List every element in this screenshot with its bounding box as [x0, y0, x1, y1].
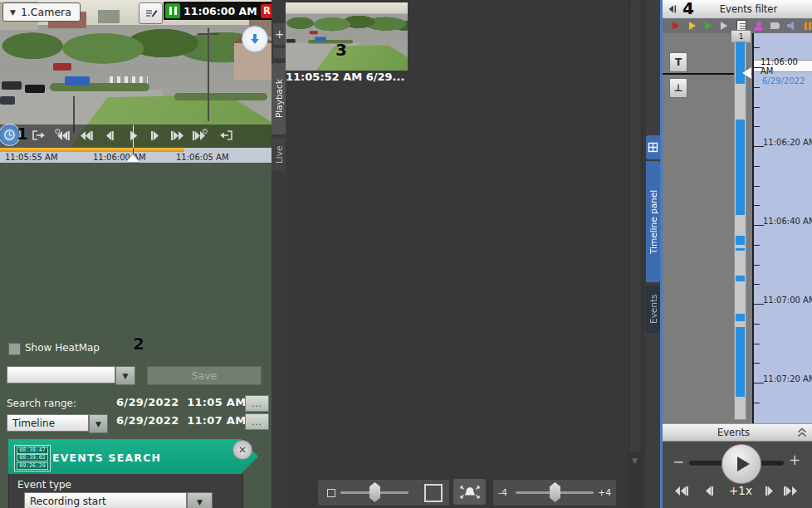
timeline-panel-body: T ⊥ 1 11:06:00 AM 6/29/2022 ☀ 11:06:20 A…: [663, 33, 812, 423]
info-event-filter-icon[interactable]: [720, 20, 728, 32]
speed-increase[interactable]: +: [789, 453, 800, 467]
timeline-ruler[interactable]: 11:06:00 AM 6/29/2022 ☀ 11:06:20 AM11:06…: [752, 33, 812, 423]
fast-forward-icon: [169, 129, 185, 142]
tab-playback[interactable]: Playback: [271, 63, 286, 134]
tab-events[interactable]: Events: [646, 286, 660, 333]
timeline-tick: [754, 265, 760, 266]
save-label: Save: [192, 369, 218, 382]
timeline-tick: [754, 87, 760, 88]
next-event-button[interactable]: [759, 481, 780, 500]
scroll-down-icon[interactable]: ▼: [632, 457, 638, 465]
photo-car-red: [53, 63, 71, 71]
tab-strip-handle[interactable]: [273, 48, 286, 58]
events-play-button[interactable]: [722, 444, 761, 484]
range-end-picker-button[interactable]: ...: [245, 413, 269, 430]
jump-prev-icon: [30, 129, 46, 142]
scrollbar-thumb[interactable]: [630, 0, 641, 452]
thumbnail-image: [286, 2, 408, 71]
range-start-picker-button[interactable]: ...: [245, 395, 269, 412]
timeline-compress-bottom-button[interactable]: ⊥: [669, 78, 687, 98]
speed-slider-thumb[interactable]: [550, 482, 560, 502]
warning-event-filter-icon[interactable]: [687, 20, 696, 32]
event-type-label: Event type: [17, 479, 71, 491]
preset-combobox[interactable]: [7, 366, 115, 383]
events-search-title: EVENTS SEARCH: [52, 452, 161, 464]
recording-segment: [736, 314, 745, 321]
skip-start-clock-icon: [55, 129, 71, 142]
search-result-thumbnail[interactable]: [286, 2, 408, 71]
first-event-button[interactable]: [671, 481, 692, 500]
audio-event-filter-icon[interactable]: [787, 20, 796, 32]
prev-event-button[interactable]: [697, 481, 719, 500]
skip-start-button[interactable]: [53, 127, 73, 144]
preset-dropdown-button[interactable]: ▼: [115, 366, 135, 385]
last-event-icon: [782, 484, 800, 497]
zoom-out-icon[interactable]: [327, 489, 335, 497]
last-event-button[interactable]: [780, 481, 802, 500]
save-button[interactable]: Save: [147, 366, 262, 385]
heatmap-checkbox[interactable]: [8, 343, 21, 355]
speed-slider-group: -4 +4: [493, 480, 616, 506]
tab-timeline-panel[interactable]: Timeline panel: [646, 161, 660, 282]
events-search-card: 08:38:47 08:39:02 09:26:29 EVENTS SEARCH…: [8, 439, 258, 508]
camera-name: 1.Camera: [21, 6, 71, 18]
event-type-dropdown-button[interactable]: ▼: [187, 492, 213, 508]
fast-forward-button[interactable]: [167, 127, 187, 144]
grid-icon: [648, 142, 658, 153]
photo-car: [2, 81, 22, 90]
speed-min-label: -4: [498, 487, 507, 498]
operator-event-filter-icon[interactable]: [754, 20, 763, 32]
recording-track[interactable]: [734, 42, 746, 420]
timeline-compress-top-button[interactable]: T: [669, 52, 687, 72]
chevron-up-double-icon: [796, 427, 808, 438]
timeline-marker-date: 6/29/2022: [762, 76, 805, 85]
timeline-tick-label: 11:07:00 AM: [763, 296, 812, 305]
alarm-event-filter-icon[interactable]: [672, 20, 680, 32]
collapse-up-button[interactable]: [795, 426, 809, 439]
alarm-bell-button[interactable]: [453, 479, 486, 505]
normal-event-filter-icon[interactable]: [704, 20, 712, 32]
close-button[interactable]: ✕: [232, 440, 252, 460]
timeline-tick-label: 11:07:20 AM: [763, 374, 812, 383]
camera-select[interactable]: ▼ 1.Camera: [2, 2, 81, 22]
timeline-marker-band: 11:06:00 AM: [754, 60, 812, 72]
export-button[interactable]: [242, 26, 268, 52]
lcd-time: 08:39:02: [17, 454, 48, 462]
timeline-marker-arrow[interactable]: [742, 67, 751, 79]
step-forward-icon: [149, 129, 161, 142]
fast-backward-button[interactable]: [76, 127, 96, 144]
photo-crosswalk: [110, 76, 148, 83]
results-scrollbar[interactable]: ▼: [629, 0, 643, 508]
step-backward-button[interactable]: [100, 127, 120, 144]
range-mode-combobox[interactable]: Timeline: [7, 414, 89, 432]
playback-speed-label: +1x: [722, 484, 759, 497]
collapse-panel-button[interactable]: [665, 2, 678, 16]
pause-event-filter-icon[interactable]: [804, 20, 812, 32]
lcd-time: 08:38:47: [17, 447, 48, 454]
timeline-tick: [754, 245, 760, 246]
timeline-tick: [754, 284, 760, 285]
zoom-in-icon[interactable]: [424, 484, 443, 502]
event-type-combobox[interactable]: Recording start: [24, 492, 187, 508]
events-panel-header[interactable]: Events: [663, 423, 812, 442]
tab-live[interactable]: Live: [271, 138, 286, 171]
range-mode-dropdown-button[interactable]: ▼: [89, 414, 108, 433]
pause-button[interactable]: [165, 3, 180, 18]
skip-end-button[interactable]: [189, 127, 209, 144]
camera-event-filter-icon[interactable]: [770, 20, 779, 32]
events-search-lcd-icon: 08:38:47 08:39:02 09:26:29: [14, 445, 51, 471]
timeline-tick: [754, 166, 760, 167]
photo-median: [174, 93, 267, 100]
zoom-slider-thumb[interactable]: [369, 482, 380, 502]
tab-layout-grid[interactable]: [646, 135, 660, 159]
camera-osd: 11:06:00 AM R: [164, 2, 275, 20]
timeline-tick-label: 11:06:20 AM: [763, 138, 812, 147]
seek-marker-handle[interactable]: [126, 154, 139, 162]
step-forward-button[interactable]: [145, 127, 165, 144]
jump-prev-button[interactable]: [28, 127, 48, 144]
jump-next-button[interactable]: [217, 127, 237, 144]
speed-decrease[interactable]: −: [673, 455, 684, 469]
note-button[interactable]: [139, 2, 163, 24]
first-event-icon: [673, 484, 691, 497]
add-tab-button[interactable]: +: [273, 23, 286, 45]
